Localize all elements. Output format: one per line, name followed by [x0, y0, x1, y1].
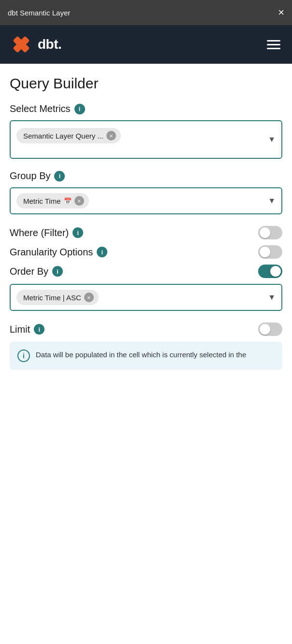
- info-banner: i Data will be populated in the cell whi…: [10, 342, 282, 370]
- limit-section: Limit i: [10, 322, 282, 336]
- select-metrics-label-row: Select Metrics i: [10, 103, 282, 114]
- select-metrics-section: Select Metrics i Semantic Layer Query ..…: [10, 103, 282, 159]
- order-by-thumb: [270, 266, 281, 277]
- granularity-section: Granularity Options i: [10, 245, 282, 259]
- granularity-info-icon[interactable]: i: [97, 247, 107, 257]
- where-filter-toggle[interactable]: [258, 226, 282, 239]
- main-content: Query Builder Select Metrics i Semantic …: [0, 64, 292, 381]
- order-by-dropdown[interactable]: Metric Time | ASC × ▼: [10, 284, 282, 311]
- limit-thumb: [260, 324, 270, 335]
- limit-toggle[interactable]: [258, 322, 282, 336]
- order-by-info-icon[interactable]: i: [52, 266, 63, 277]
- limit-label: Limit: [10, 324, 30, 335]
- group-by-label: Group By: [10, 170, 50, 182]
- order-by-track: [258, 265, 282, 278]
- where-filter-label: Where (Filter): [10, 227, 69, 238]
- granularity-track: [258, 245, 282, 259]
- group-by-info-icon[interactable]: i: [54, 171, 65, 182]
- dbt-logo-icon: [10, 33, 33, 56]
- where-filter-section: Where (Filter) i: [10, 226, 282, 239]
- info-banner-icon: i: [17, 350, 30, 362]
- limit-left: Limit i: [10, 324, 44, 335]
- hamburger-line-2: [267, 44, 280, 45]
- order-by-chip: Metric Time | ASC ×: [16, 290, 99, 305]
- hamburger-line-3: [267, 48, 280, 49]
- title-bar: dbt Semantic Layer ×: [0, 0, 292, 25]
- order-by-chip-close[interactable]: ×: [84, 293, 94, 302]
- app-header: dbt.: [0, 25, 292, 64]
- page-title: Query Builder: [10, 75, 282, 92]
- where-filter-thumb: [260, 227, 270, 238]
- where-filter-left: Where (Filter) i: [10, 227, 83, 238]
- granularity-label-row: Granularity Options i: [10, 245, 282, 259]
- group-by-chip-text: Metric Time: [23, 197, 61, 205]
- where-filter-track: [258, 226, 282, 239]
- hamburger-line-1: [267, 40, 280, 42]
- group-by-arrow: ▼: [268, 196, 276, 205]
- granularity-label: Granularity Options: [10, 247, 93, 258]
- calendar-icon: 📅: [64, 197, 72, 205]
- granularity-thumb: [260, 247, 270, 257]
- select-metrics-label: Select Metrics: [10, 103, 71, 114]
- select-metrics-chip-close[interactable]: ×: [106, 131, 116, 140]
- limit-track: [258, 322, 282, 336]
- select-metrics-arrow: ▼: [268, 135, 276, 144]
- group-by-section: Group By i Metric Time 📅 × ▼: [10, 170, 282, 214]
- order-by-arrow: ▼: [268, 293, 276, 302]
- group-by-chip-close[interactable]: ×: [74, 196, 84, 206]
- order-by-section: Order By i Metric Time | ASC × ▼: [10, 265, 282, 311]
- order-by-label: Order By: [10, 266, 48, 277]
- order-by-chip-text: Metric Time | ASC: [23, 294, 81, 302]
- order-by-left: Order By i: [10, 266, 63, 277]
- limit-info-icon[interactable]: i: [34, 324, 44, 335]
- order-by-label-row: Order By i: [10, 265, 282, 278]
- where-filter-label-row: Where (Filter) i: [10, 226, 282, 239]
- logo-container: dbt.: [10, 33, 61, 56]
- limit-label-row: Limit i: [10, 322, 282, 336]
- granularity-toggle[interactable]: [258, 245, 282, 259]
- group-by-chip: Metric Time 📅 ×: [16, 193, 89, 209]
- title-bar-text: dbt Semantic Layer: [8, 9, 70, 17]
- info-banner-text: Data will be populated in the cell which…: [36, 350, 246, 361]
- select-metrics-chip: Semantic Layer Query ... ×: [16, 128, 121, 143]
- close-button[interactable]: ×: [278, 7, 284, 18]
- group-by-dropdown[interactable]: Metric Time 📅 × ▼: [10, 187, 282, 214]
- select-metrics-dropdown[interactable]: Semantic Layer Query ... × ▼: [10, 120, 282, 159]
- logo-text: dbt.: [38, 37, 61, 52]
- select-metrics-chip-text: Semantic Layer Query ...: [23, 132, 103, 140]
- order-by-toggle[interactable]: [258, 265, 282, 278]
- hamburger-menu-button[interactable]: [265, 38, 282, 51]
- select-metrics-info-icon[interactable]: i: [74, 104, 85, 114]
- granularity-left: Granularity Options i: [10, 247, 107, 258]
- where-filter-info-icon[interactable]: i: [73, 227, 83, 238]
- group-by-label-row: Group By i: [10, 170, 282, 182]
